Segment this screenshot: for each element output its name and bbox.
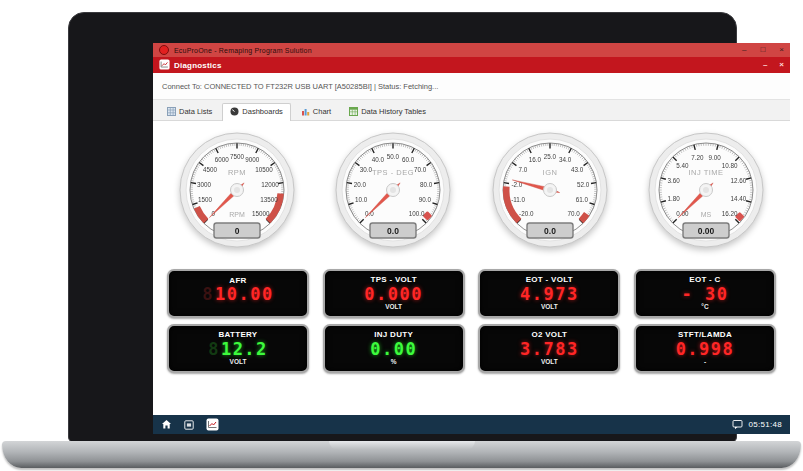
diagnostics-app-icon [159,56,170,74]
led-value: 4.973 [520,286,579,303]
svg-text:3.60: 3.60 [667,177,680,184]
window-titlebar: EcuProOne - Remaping Program Sulution – … [153,43,790,57]
tab-chart[interactable]: Chart [293,103,339,120]
svg-text:43.0: 43.0 [571,166,584,173]
gauge-dial-ign: -20.0-11.0-2.07.016.025.034.043.052.061.… [480,127,620,259]
svg-text:3000: 3000 [197,181,212,188]
apps-icon[interactable] [184,420,194,430]
svg-text:MS: MS [701,211,712,218]
led-value: 3.783 [520,341,579,358]
gauge-dial-rpm: 0150030004500600075009000105001200013500… [167,127,307,259]
svg-text:30.0: 30.0 [360,166,373,173]
svg-text:13500: 13500 [260,196,278,203]
svg-text:15000: 15000 [252,210,270,217]
led-eot-c: EOT - C- 30°C [634,269,776,318]
led-row-2: BATTERY812.2VOLTINJ DUTY0.00%O2 VOLT3.78… [167,324,776,373]
gauge-row: 0150030004500600075009000105001200013500… [167,127,776,263]
diagnostics-title: Diagnostics [174,61,222,70]
led-value: 0.00 [370,341,417,358]
svg-text:52.0: 52.0 [577,181,590,188]
led-afr: AFR810.00 [167,269,309,318]
svg-text:16.20: 16.20 [722,210,738,217]
history-icon [349,107,358,116]
connection-status-text: Connect To: CONNECTED TO FT232R USB UART… [162,82,438,91]
gauge-dial-tps-deg: 0.010.020.030.040.050.060.070.080.090.01… [323,127,463,259]
svg-text:4500: 4500 [203,166,218,173]
svg-text:34.0: 34.0 [559,156,572,163]
svg-text:-20.0: -20.0 [519,210,534,217]
led-unit: VOLT [385,303,402,311]
table-icon [167,107,176,116]
svg-text:0.0: 0.0 [387,226,399,236]
taskbar-clock: 05:51:48 [748,420,782,429]
svg-text:10.0: 10.0 [355,196,368,203]
connection-status-bar: Connect To: CONNECTED TO FT232R USB UART… [153,73,790,100]
tab-strip: Data ListsDashboardsChartData History Ta… [153,100,790,121]
led-unit: % [391,358,397,366]
svg-text:70.0: 70.0 [414,166,427,173]
led-unit: °C [701,303,708,311]
gauge-inj-time: 0.001.803.605.407.209.0010.8012.6014.401… [636,127,776,263]
app-logo-icon [159,45,169,55]
led-o2-volt: O2 VOLT3.783VOLT [478,324,620,373]
diagnostics-close-button[interactable]: × [779,61,784,69]
chart-icon [301,107,310,116]
svg-text:RPM: RPM [228,168,246,177]
led-value: 0.998 [676,341,735,358]
diagnostics-minimize-button[interactable]: – [763,61,767,69]
led-value: 812.2 [208,341,268,358]
gauge-icon [230,107,239,116]
svg-text:10.80: 10.80 [722,162,738,169]
ecupro-app-icon[interactable] [206,418,219,431]
tab-dashboards[interactable]: Dashboards [222,103,290,121]
gauge-rpm: 0150030004500600075009000105001200013500… [167,127,307,263]
svg-text:10500: 10500 [255,166,273,173]
svg-text:1500: 1500 [198,196,213,203]
led-unit: - [704,358,706,366]
svg-text:25.0: 25.0 [544,153,557,160]
gauge-tps-deg: 0.010.020.030.040.050.060.070.080.090.01… [323,127,463,263]
svg-text:90.0: 90.0 [419,196,432,203]
laptop-base [2,441,801,468]
led-row-1: AFR810.00TPS - VOLT0.000VOLTEOT - VOLT4.… [167,269,776,318]
led-unit: VOLT [541,303,558,311]
tab-data-lists[interactable]: Data Lists [159,103,220,120]
svg-text:70.0: 70.0 [567,210,580,217]
svg-text:16.0: 16.0 [528,156,541,163]
led-inj-duty: INJ DUTY0.00% [323,324,465,373]
svg-text:100.0: 100.0 [409,210,425,217]
tab-data-history-tables[interactable]: Data History Tables [341,103,434,120]
svg-text:5.40: 5.40 [676,162,689,169]
svg-text:7500: 7500 [230,153,245,160]
svg-text:0.00: 0.00 [698,226,715,236]
diagnostics-titlebar: Diagnostics – × [153,57,790,73]
led-tps-volt: TPS - VOLT0.000VOLT [323,269,465,318]
svg-text:-11.0: -11.0 [511,196,525,203]
svg-text:20.0: 20.0 [354,181,367,188]
svg-text:12000: 12000 [261,181,279,188]
svg-text:6000: 6000 [215,156,230,163]
led-stft-lamda: STFT/LAMDA0.998- [634,324,776,373]
taskbar: 05:51:48 [153,415,790,434]
svg-text:9.00: 9.00 [709,154,722,161]
svg-text:40.0: 40.0 [372,156,385,163]
svg-text:80.0: 80.0 [420,181,433,188]
svg-text:0: 0 [235,226,240,236]
led-value: - 30 [681,286,728,303]
svg-text:7.0: 7.0 [518,166,527,173]
laptop-base-notch [329,441,475,450]
close-button[interactable]: × [779,46,784,54]
maximize-button[interactable]: □ [760,46,765,54]
home-icon[interactable] [161,419,172,430]
led-value: 810.00 [202,286,273,303]
chat-icon[interactable] [732,419,743,430]
app-screen: EcuProOne - Remaping Program Sulution – … [153,43,790,434]
led-eot-volt: EOT - VOLT4.973VOLT [478,269,620,318]
svg-text:RPM: RPM [229,211,245,218]
laptop-frame: EcuProOne - Remaping Program Sulution – … [68,12,737,443]
minimize-button[interactable]: – [742,46,746,54]
svg-text:60.0: 60.0 [402,156,415,163]
svg-text:12.60: 12.60 [731,177,747,184]
svg-text:TPS - DEG: TPS - DEG [372,168,414,177]
led-unit: VOLT [541,358,558,366]
